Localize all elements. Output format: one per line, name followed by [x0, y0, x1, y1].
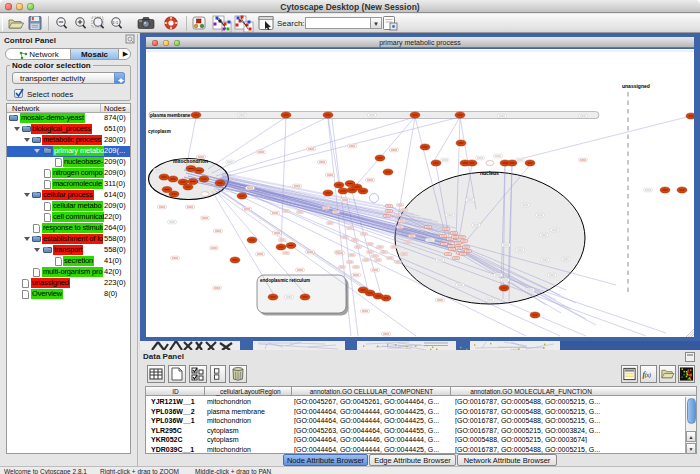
svg-text:1:1: 1:1 — [113, 20, 119, 25]
svg-text:plasma membrane: plasma membrane — [150, 113, 191, 118]
svg-text:nucleus: nucleus — [480, 170, 499, 176]
svg-text:endoplasmic reticulum: endoplasmic reticulum — [260, 278, 310, 283]
svg-text:cytoplasm: cytoplasm — [148, 129, 171, 134]
svg-text:f(x): f(x) — [642, 369, 651, 379]
svg-text:unassigned: unassigned — [622, 83, 650, 89]
